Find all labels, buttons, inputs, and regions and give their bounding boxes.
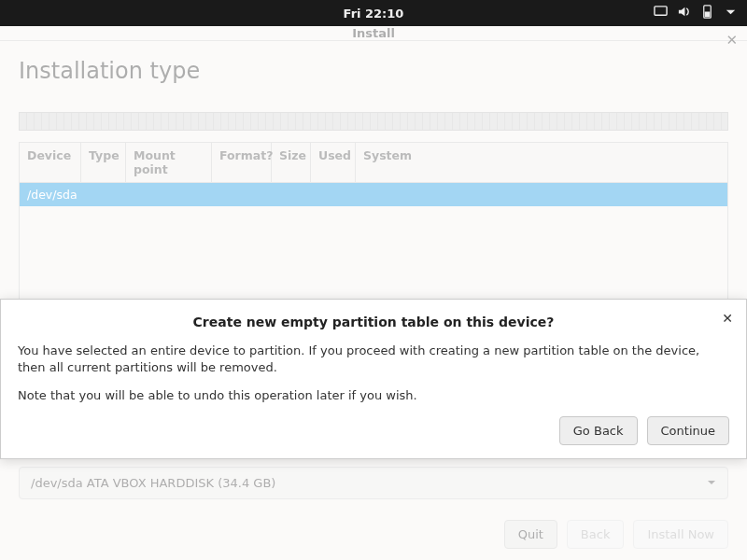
volume-icon	[677, 5, 691, 21]
dialog-title: Create new empty partition table on this…	[18, 315, 729, 329]
installer-window: Install ✕ Installation type Device Type …	[0, 26, 747, 560]
clock: Fri 22:10	[344, 7, 404, 21]
svg-rect-2	[705, 12, 711, 18]
close-icon[interactable]: ✕	[722, 311, 733, 326]
confirm-partition-table-dialog: ✕ Create new empty partition table on th…	[0, 299, 747, 459]
chevron-down-icon	[724, 5, 738, 21]
dialog-body-1: You have selected an entire device to pa…	[18, 343, 729, 376]
continue-button[interactable]: Continue	[647, 416, 729, 445]
svg-rect-0	[655, 7, 667, 15]
system-tray[interactable]	[654, 0, 738, 26]
dialog-body-2: Note that you will be able to undo this …	[18, 387, 729, 404]
battery-icon	[700, 5, 714, 21]
go-back-button[interactable]: Go Back	[559, 416, 638, 445]
desktop-top-bar: Fri 22:10	[0, 0, 747, 26]
screen-icon	[654, 5, 668, 21]
dialog-actions: Go Back Continue	[18, 416, 729, 445]
modal-overlay	[0, 26, 747, 560]
